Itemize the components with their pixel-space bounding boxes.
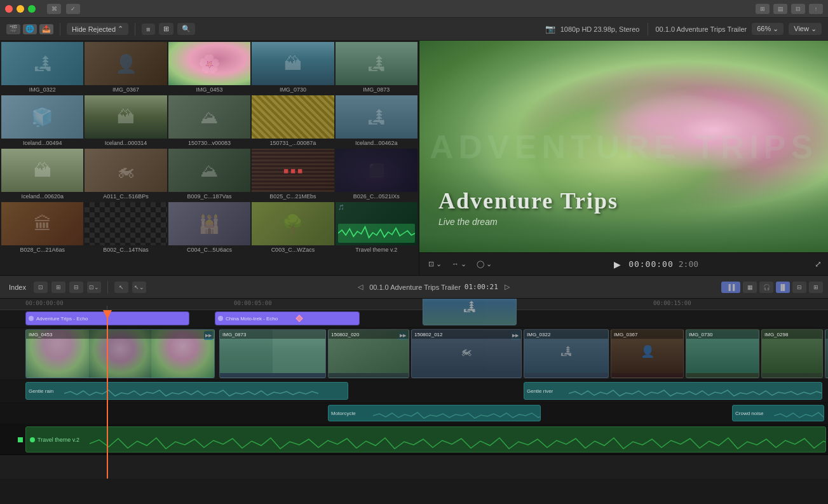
china-moto-clip[interactable]: China Moto-trek - Echo (215, 311, 360, 325)
preview-bg-title: ADVENTURE TRIPS (430, 128, 818, 166)
sort-button[interactable]: ⊞ (159, 23, 173, 35)
format-info: 📷 1080p HD 23.98p, Stereo 00.1.0 Adventu… (545, 23, 822, 36)
search-button[interactable]: 🔍 (177, 23, 195, 35)
clip-item[interactable]: 🏞 IMG_0322 (1, 42, 83, 94)
video-clip-img0367[interactable]: IMG_0367 👤 (611, 329, 684, 378)
clip-item[interactable]: 150731_...00087a (252, 95, 334, 147)
tl-mute-btn[interactable]: ▐▌ (776, 282, 790, 293)
tl-tool-2[interactable]: ⊞ (51, 282, 65, 293)
tl-waveform-btn[interactable]: ▦ (743, 282, 757, 293)
clip-item[interactable]: 🏞 IMG_0873 (336, 42, 417, 94)
minimize-button[interactable] (17, 5, 24, 13)
clip-item[interactable]: 🏔 Iceland...00620a (1, 149, 83, 201)
preview-viewport: ADVENTURE TRIPS Adventure Trips Live the… (419, 41, 828, 252)
video-clip-150802-020[interactable]: 150802_020 ▶▶ (328, 329, 409, 378)
tl-tool-1[interactable]: ⊡ (34, 282, 48, 293)
main-toolbar: 🎬 🌐 📤 Hide Rejected ⌃ ≡ ⊞ 🔍 📷 1080p HD 2… (0, 18, 828, 41)
floating-clip-img1775[interactable]: IMG_1775 🏞 (423, 299, 517, 325)
video-clip-img0322[interactable]: IMG_0322 🏞 (524, 329, 609, 378)
maximize-button[interactable] (28, 5, 36, 13)
main-video-row: IMG_1775 🏞 IMG_0453 ▶▶ IMG_0873 (0, 328, 828, 380)
tl-appearance-btn[interactable]: ▐▐ (721, 282, 740, 293)
music-main-row: Travel theme v.2 (0, 425, 828, 455)
window-controls: ⊞ ▤ ⊟ ↑ (756, 4, 823, 14)
video-clip-img0873[interactable]: IMG_0873 (219, 329, 326, 378)
video-clip-15-tail[interactable]: 15... (825, 329, 828, 378)
clip-item[interactable]: B002_C...14TNas (85, 202, 166, 254)
preview-main-title: Adventure Trips (438, 187, 809, 214)
index-button[interactable]: Index (5, 282, 30, 292)
crowd-noise-clip[interactable]: Crowd noise (732, 405, 824, 421)
tl-tool-4[interactable]: ⊡⌄ (87, 282, 101, 293)
clip-item[interactable]: 🏛 B028_C...21A6as (1, 202, 83, 254)
clip-item[interactable]: 🏍 A011_C...516BPs (85, 149, 166, 201)
tl-clip-btn[interactable]: ⊟ (792, 282, 806, 293)
ruler-mark-0: 00:00:00:00 (25, 300, 64, 306)
clip-item[interactable]: 🧊 Iceland...00494 (1, 95, 83, 147)
film-icon[interactable]: 🎬 (6, 24, 20, 34)
export-icon[interactable]: ↑ (809, 4, 823, 14)
video-clip-150802-012[interactable]: 150802_012 🏍 ▶▶ (411, 329, 522, 378)
travel-theme-clip[interactable]: 🎵 Travel theme v.2 (336, 202, 417, 254)
timeline-panel: Index ⊡ ⊞ ⊟ ⊡⌄ ↖ ↖⌄ ◁ 00.1.0 Adventure T… (0, 275, 828, 479)
checkmark-icon[interactable]: ✓ (66, 4, 80, 14)
video-clip-img0453[interactable]: IMG_0453 ▶▶ (25, 329, 215, 378)
tl-prev-button[interactable]: ◁ (355, 282, 365, 292)
camera-icon: 📷 (545, 24, 555, 34)
traffic-lights (5, 5, 36, 13)
zoom-button[interactable]: 66% ⌄ (752, 23, 784, 35)
video-clip-img0730[interactable]: IMG_0730 (686, 329, 759, 378)
filmstrip-icon[interactable]: ▤ (773, 4, 787, 14)
clip-item[interactable]: 🌸 IMG_0453 (168, 42, 250, 94)
tl-separator (107, 281, 108, 294)
preview-color-button[interactable]: ◯ ⌄ (474, 259, 494, 269)
tl-headphones-btn[interactable]: 🎧 (759, 282, 773, 293)
timeline-toolbar: Index ⊡ ⊞ ⊟ ⊡⌄ ↖ ↖⌄ ◁ 00.1.0 Adventure T… (0, 276, 828, 299)
play-button[interactable]: ▶ (611, 258, 623, 271)
tl-next-button[interactable]: ▷ (502, 282, 512, 292)
globe-icon[interactable]: 🌐 (23, 24, 37, 34)
project-name-label: 00.1.0 Adventure Trips Trailer (656, 25, 747, 33)
library-tools: 🎬 🌐 📤 (6, 24, 53, 34)
clip-item[interactable]: 🏔 IMG_0730 (252, 42, 334, 94)
iceland-000314-clip[interactable]: 🏔 Iceland...000314 (85, 95, 166, 147)
clip-item[interactable]: ⛰ 150730...v00083 (168, 95, 250, 147)
select-option-button[interactable]: ↖⌄ (132, 282, 146, 293)
video-clip-img0298[interactable]: IMG_0298 (761, 329, 823, 378)
clip-item[interactable]: ⬛ B026_C...0521IXs (336, 149, 417, 201)
separator2 (135, 23, 135, 36)
titlebar: ⌘ ✓ ⊞ ▤ ⊟ ↑ (0, 0, 828, 18)
format-label: 1080p HD 23.98p, Stereo (560, 25, 640, 33)
layout-icon[interactable]: ⊟ (791, 4, 805, 14)
select-tool-button[interactable]: ↖ (114, 282, 128, 293)
chevron-up-icon: ⌃ (118, 25, 123, 33)
browser-panel: 🏞 IMG_0322 👤 IMG_0367 🌸 IMG_0453 🏔 IMG_0… (0, 41, 419, 275)
tl-layout-btn[interactable]: ⊞ (809, 282, 823, 293)
fullscreen-button[interactable]: ⤢ (815, 259, 822, 269)
share-icon[interactable]: 📤 (39, 24, 53, 34)
clip-item[interactable]: 🌳 C003_C...WZacs (252, 202, 334, 254)
motorcycle-clip[interactable]: Motorcycle (328, 405, 541, 421)
gentle-rain-clip[interactable]: Gentle rain (25, 382, 348, 400)
key-icon[interactable]: ⌘ (47, 4, 61, 14)
preview-transform-button[interactable]: ↔ ⌄ (449, 259, 469, 269)
tl-tool-3[interactable]: ⊟ (69, 282, 83, 293)
travel-theme-label: Travel theme v.2 (37, 437, 79, 443)
grid-view-icon[interactable]: ⊞ (756, 4, 770, 14)
view-button[interactable]: View ⌄ (789, 23, 822, 35)
playhead-line (107, 310, 108, 479)
view-options-button[interactable]: ≡ (142, 24, 154, 35)
travel-theme-track[interactable]: Travel theme v.2 (25, 426, 826, 453)
clip-item[interactable]: ◼ ◼ ◼ B025_C...21MEbs (252, 149, 334, 201)
clip-item[interactable]: 🕌 C004_C...5U6acs (168, 202, 250, 254)
gentle-river-clip[interactable]: Gentle river (524, 382, 822, 400)
clip-item[interactable]: 👤 IMG_0367 (85, 42, 166, 94)
hide-rejected-button[interactable]: Hide Rejected ⌃ (67, 23, 128, 35)
ruler-mark-1: 00:00:05:00 (234, 300, 272, 306)
clip-item[interactable]: ⛰ B009_C...187Vas (168, 149, 250, 201)
titlebar-icons: ⌘ ✓ (47, 4, 80, 14)
clip-item[interactable]: 🏞 Iceland...00462a (336, 95, 417, 147)
preview-crop-button[interactable]: ⊡ ⌄ (426, 259, 444, 269)
close-button[interactable] (5, 5, 13, 13)
ruler-mark-3: 00:00:15:00 (653, 300, 691, 306)
